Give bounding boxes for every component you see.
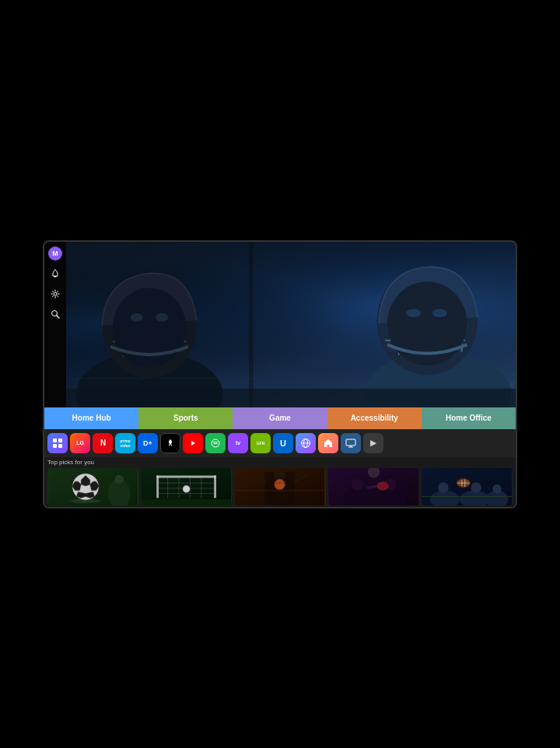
app-all-apps[interactable] <box>47 433 68 453</box>
svg-marker-40 <box>191 441 195 446</box>
tab-home-office[interactable]: Home Office <box>422 407 516 429</box>
svg-rect-0 <box>54 276 57 278</box>
app-apple-tv[interactable] <box>160 433 180 453</box>
bell-icon[interactable] <box>48 267 62 281</box>
tab-home-hub[interactable]: Home Hub <box>44 407 138 429</box>
app-twitch[interactable]: tv <box>228 433 248 453</box>
svg-rect-39 <box>58 444 62 448</box>
sidebar: M <box>44 242 66 407</box>
search-icon[interactable] <box>48 307 62 321</box>
svg-rect-35 <box>66 388 516 407</box>
svg-point-69 <box>183 485 191 493</box>
app-web-browser[interactable] <box>296 433 316 453</box>
svg-point-54 <box>71 498 100 503</box>
svg-rect-58 <box>156 475 159 498</box>
svg-point-88 <box>485 490 508 505</box>
app-youtube[interactable] <box>183 433 203 453</box>
svg-point-56 <box>114 474 124 484</box>
pick-item-5[interactable] <box>422 468 513 505</box>
svg-point-87 <box>471 482 481 492</box>
svg-point-84 <box>429 490 459 505</box>
svg-marker-50 <box>81 475 90 485</box>
nav-tabs: Home Hub Sports Game Accessibility Home … <box>44 407 516 429</box>
apps-row: LG N primevideo D+ <box>44 429 516 457</box>
app-spotify[interactable] <box>205 433 226 453</box>
svg-point-80 <box>384 478 396 490</box>
svg-rect-76 <box>329 468 418 505</box>
svg-rect-71 <box>235 468 324 505</box>
svg-point-75 <box>275 479 285 489</box>
svg-rect-70 <box>142 499 231 505</box>
settings-icon[interactable] <box>48 287 62 301</box>
svg-rect-57 <box>142 468 231 505</box>
svg-point-89 <box>492 484 502 494</box>
pick-item-2[interactable] <box>141 468 232 505</box>
svg-point-55 <box>108 479 131 505</box>
app-disney-plus[interactable]: D+ <box>138 433 158 453</box>
svg-rect-20 <box>249 242 253 407</box>
app-prime-video[interactable]: primevideo <box>115 433 135 453</box>
tab-sports[interactable]: Sports <box>138 407 233 429</box>
hero-banner <box>66 242 516 407</box>
svg-point-2 <box>54 292 57 295</box>
svg-marker-51 <box>72 481 82 491</box>
svg-marker-53 <box>76 491 94 498</box>
svg-point-86 <box>460 490 489 505</box>
svg-marker-52 <box>90 481 100 491</box>
svg-point-77 <box>344 487 371 505</box>
svg-point-1 <box>54 269 55 270</box>
svg-point-81 <box>376 481 388 491</box>
svg-point-49 <box>72 473 100 500</box>
tab-game[interactable]: Game <box>233 407 327 429</box>
app-more[interactable]: ▶ <box>363 433 383 453</box>
svg-rect-60 <box>156 475 216 477</box>
svg-rect-83 <box>422 468 512 505</box>
svg-point-18 <box>131 313 143 321</box>
app-smart-home[interactable] <box>318 433 338 453</box>
svg-point-73 <box>274 469 285 481</box>
svg-point-90 <box>457 478 470 488</box>
svg-point-79 <box>379 487 406 505</box>
app-lg-channels[interactable]: LG <box>70 433 90 453</box>
svg-rect-38 <box>53 444 57 448</box>
picks-label: Top picks for you <box>47 459 513 466</box>
tab-accessibility[interactable]: Accessibility <box>327 407 422 429</box>
svg-point-78 <box>351 478 362 490</box>
svg-line-4 <box>57 315 60 318</box>
avatar[interactable]: M <box>48 246 62 260</box>
app-screen-share[interactable] <box>341 433 361 453</box>
app-geforce-now[interactable]: GFN <box>250 433 271 453</box>
app-u-next[interactable]: U <box>273 433 293 453</box>
pick-item-3[interactable] <box>234 468 325 505</box>
svg-point-85 <box>438 482 448 492</box>
svg-rect-72 <box>265 471 295 505</box>
app-netflix[interactable]: N <box>93 433 113 453</box>
svg-point-82 <box>368 468 380 477</box>
picks-section: Top picks for you <box>44 457 516 507</box>
svg-point-19 <box>156 313 168 321</box>
svg-rect-37 <box>58 439 62 442</box>
svg-point-33 <box>432 309 447 317</box>
svg-rect-45 <box>346 439 355 446</box>
pick-item-1[interactable] <box>47 468 138 505</box>
svg-rect-59 <box>214 475 216 498</box>
svg-point-32 <box>406 309 421 317</box>
svg-rect-48 <box>48 468 138 505</box>
picks-row <box>47 468 513 505</box>
svg-rect-36 <box>53 439 57 442</box>
pick-item-4[interactable] <box>328 468 419 505</box>
tv-screen: M <box>43 240 517 509</box>
